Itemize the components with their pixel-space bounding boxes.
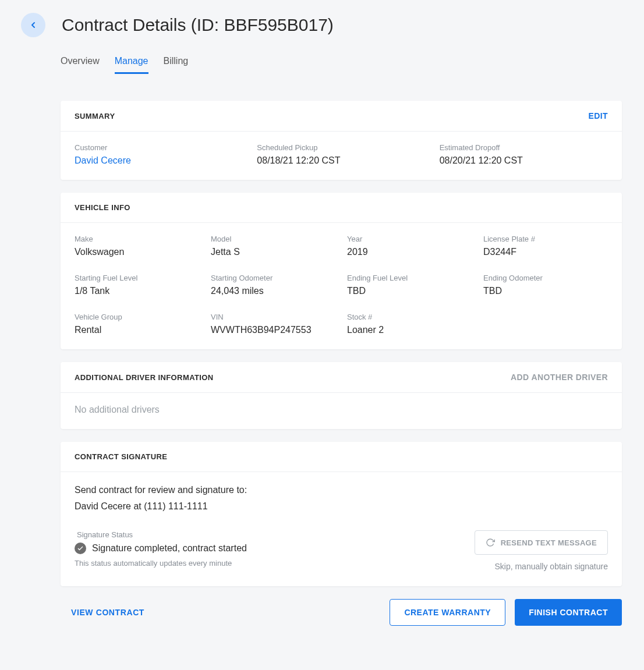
start-fuel-label: Starting Fuel Level [75, 274, 199, 282]
signature-recipient: David Cecere at (111) 111-1111 [75, 501, 608, 512]
check-circle-icon [75, 543, 86, 554]
dropoff-label: Estimated Dropoff [440, 143, 608, 152]
start-odo-label: Starting Odometer [211, 274, 335, 282]
signature-send-text: Send contract for review and signature t… [75, 485, 608, 495]
year-label: Year [347, 235, 472, 243]
signature-status-note: This status automatically updates every … [75, 559, 247, 568]
pickup-value: 08/18/21 12:20 CST [257, 155, 425, 166]
vehicle-title: VEHICLE INFO [75, 203, 130, 212]
customer-field: Customer David Cecere [75, 143, 243, 166]
pickup-label: Scheduled Pickup [257, 143, 425, 152]
model-value: Jetta S [211, 247, 335, 257]
end-fuel-label: Ending Fuel Level [347, 274, 472, 282]
signature-title: CONTRACT SIGNATURE [75, 452, 167, 461]
page-title: Contract Details (ID: BBF595B017) [62, 15, 334, 35]
summary-title: SUMMARY [75, 112, 115, 120]
resend-text-label: RESEND TEXT MESSAGE [501, 538, 597, 547]
summary-card: SUMMARY EDIT Customer David Cecere Sched… [61, 101, 622, 180]
start-odo-value: 24,043 miles [211, 286, 335, 296]
tab-manage[interactable]: Manage [115, 56, 148, 74]
make-label: Make [75, 235, 199, 243]
vin-label: VIN [211, 313, 335, 321]
view-contract-button[interactable]: VIEW CONTRACT [71, 608, 144, 617]
create-warranty-button[interactable]: CREATE WARRANTY [390, 599, 505, 626]
resend-text-button[interactable]: RESEND TEXT MESSAGE [475, 530, 608, 555]
end-fuel-value: TBD [347, 286, 472, 296]
signature-card: CONTRACT SIGNATURE Send contract for rev… [61, 442, 622, 586]
plate-label: License Plate # [483, 235, 608, 243]
signature-status-label: Signature Status [77, 530, 247, 539]
tabs: Overview Manage Billing [61, 56, 622, 74]
model-label: Model [211, 235, 335, 243]
group-value: Rental [75, 325, 199, 335]
add-driver-button[interactable]: ADD ANOTHER DRIVER [511, 373, 608, 382]
end-odo-value: TBD [483, 286, 608, 296]
vehicle-card: VEHICLE INFO MakeVolkswagen ModelJetta S… [61, 193, 622, 349]
drivers-card: ADDITIONAL DRIVER INFORMATION ADD ANOTHE… [61, 362, 622, 429]
year-value: 2019 [347, 247, 472, 257]
stock-label: Stock # [347, 313, 472, 321]
dropoff-field: Estimated Dropoff 08/20/21 12:20 CST [440, 143, 608, 166]
stock-value: Loaner 2 [347, 325, 472, 335]
start-fuel-value: 1/8 Tank [75, 286, 199, 296]
plate-value: D3244F [483, 247, 608, 257]
tab-overview[interactable]: Overview [61, 56, 100, 74]
customer-label: Customer [75, 143, 243, 152]
back-button[interactable] [21, 13, 45, 37]
tab-billing[interactable]: Billing [164, 56, 189, 74]
drivers-title: ADDITIONAL DRIVER INFORMATION [75, 373, 214, 382]
customer-link[interactable]: David Cecere [75, 155, 243, 166]
chevron-left-icon [29, 20, 38, 30]
finish-contract-button[interactable]: FINISH CONTRACT [515, 599, 622, 626]
skip-signature-link[interactable]: Skip, manually obtain signature [475, 562, 608, 571]
vin-value: WVWTH63B94P247553 [211, 325, 335, 335]
refresh-icon [486, 538, 495, 547]
edit-summary-button[interactable]: EDIT [589, 111, 608, 120]
end-odo-label: Ending Odometer [483, 274, 608, 282]
signature-status-value: Signature completed, contract started [92, 543, 247, 554]
pickup-field: Scheduled Pickup 08/18/21 12:20 CST [257, 143, 425, 166]
footer-actions: VIEW CONTRACT CREATE WARRANTY FINISH CON… [61, 599, 622, 626]
dropoff-value: 08/20/21 12:20 CST [440, 155, 608, 166]
drivers-empty: No additional drivers [75, 405, 608, 415]
make-value: Volkswagen [75, 247, 199, 257]
group-label: Vehicle Group [75, 313, 199, 321]
